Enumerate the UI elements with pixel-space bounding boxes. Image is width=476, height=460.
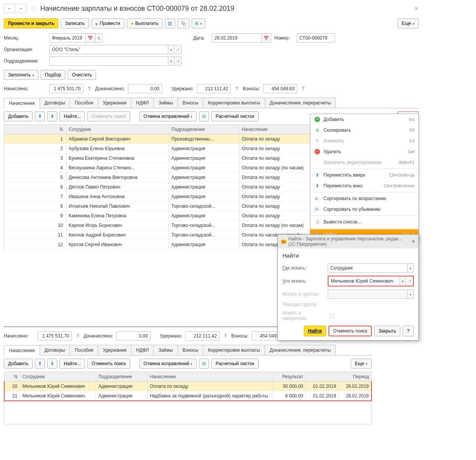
tab-6[interactable]: Взносы (177, 345, 203, 355)
tab-1[interactable]: Договоры (40, 345, 70, 355)
s2-table-more-button[interactable]: Еще (351, 359, 372, 369)
find-groups-dropdown-icon[interactable] (408, 290, 414, 299)
nav-arrows[interactable]: ← → (4, 4, 27, 13)
tab-0[interactable]: Начисления (4, 98, 40, 108)
attach-button[interactable] (177, 18, 189, 28)
s2-grid-settings-button[interactable] (199, 359, 209, 369)
ctx-item[interactable]: Закончить редактированиеShift+F2 (310, 157, 418, 168)
s2-add-row-button[interactable]: Добавить (4, 359, 33, 369)
post-close-button[interactable]: Провести и закрыть (4, 18, 58, 28)
s2-help-icon-2[interactable]: ? (222, 333, 228, 339)
find-close-button[interactable]: Закрыть (374, 326, 400, 336)
pay-button[interactable]: Выплатить (127, 18, 163, 28)
find-button[interactable]: Найти... (60, 111, 85, 121)
tab-7[interactable]: Корректировки выплаты (203, 98, 265, 108)
ctx-item[interactable]: ×УдалитьDel (310, 146, 418, 157)
org-input[interactable]: ООО "Стиль" (49, 45, 168, 54)
help-icon-2[interactable]: ? (234, 86, 240, 91)
cancel-fix-button[interactable]: Отмена исправлений (139, 111, 197, 121)
find-submit-button[interactable]: Найти (304, 326, 326, 336)
extra-button[interactable] (192, 18, 205, 28)
cancel-search-button[interactable]: Отменить поиск (87, 111, 130, 121)
tab-6[interactable]: Взносы (177, 98, 203, 108)
nav-back-icon[interactable]: ← (4, 4, 15, 13)
payslip-button[interactable]: Расчетный листок (211, 111, 258, 121)
th2-period[interactable]: Период (306, 372, 372, 382)
tab-3[interactable]: Удержания (98, 345, 132, 355)
ctx-item[interactable]: ИзменитьF2 (310, 136, 418, 146)
close-icon[interactable]: ✕ (414, 5, 419, 12)
grid-settings-button[interactable] (199, 111, 209, 121)
find-help-button[interactable]: ? (403, 326, 414, 336)
tab-7[interactable]: Корректировки выплаты (203, 345, 265, 355)
filtered-table[interactable]: N Сотрудник Подразделение Начисление Рез… (4, 372, 372, 401)
s2-payslip-button[interactable]: Расчетный листок (211, 359, 258, 369)
th-dep[interactable]: Подразделение (169, 125, 239, 134)
post-button[interactable]: Провести (91, 18, 124, 28)
fill-button[interactable]: Заполнить (4, 70, 38, 80)
th2-dep[interactable]: Подразделение (96, 372, 148, 382)
find-what-open-icon[interactable] (406, 276, 413, 286)
move-down-button[interactable] (47, 111, 57, 121)
nav-fwd-icon[interactable]: → (15, 4, 26, 13)
th2-res[interactable]: Результат (273, 372, 306, 382)
month-input[interactable]: Февраль 2019 (49, 33, 86, 43)
clear-button[interactable]: Очистить (68, 70, 96, 80)
th2-n[interactable]: N (4, 372, 20, 382)
ctx-item[interactable]: +ДобавитьIns (310, 114, 418, 125)
help-icon[interactable]: ? (86, 86, 92, 91)
report-button[interactable] (165, 18, 175, 28)
find-cancel-button[interactable]: Отменить поиск (328, 326, 372, 336)
org-open-icon[interactable] (174, 45, 182, 54)
tab-8[interactable]: Доначисления, перерасчеты (265, 98, 336, 108)
tab-4[interactable]: НДФЛ (131, 345, 154, 355)
move-up-button[interactable] (35, 111, 45, 121)
th-n[interactable]: N (4, 125, 66, 134)
ctx-item[interactable]: Переместить внизCtrl+Shift+Down (310, 180, 418, 191)
number-input[interactable]: СТ00-000079 (297, 33, 335, 43)
ctx-item[interactable]: Вывести список... (310, 217, 418, 227)
table-row[interactable]: 21Мельников Юрий СеменовичАдминистрацияН… (4, 391, 372, 401)
context-menu[interactable]: +ДобавитьInsСкопироватьF9ИзменитьF2×Удал… (310, 114, 419, 240)
s2-find-button[interactable]: Найти... (60, 359, 85, 369)
tab-8[interactable]: Доначисления, перерасчеты (265, 345, 336, 355)
find-what-input[interactable]: Мельников Юрий Семенович (328, 276, 400, 286)
month-spinner[interactable] (95, 33, 103, 43)
s2-move-down-button[interactable] (47, 359, 57, 369)
tab-5[interactable]: Займы (153, 98, 178, 108)
ctx-item[interactable]: СкопироватьF9 (310, 125, 418, 136)
table-row[interactable]: 20Мельников Юрий СеменовичАдминистрацияО… (4, 382, 372, 391)
favorite-star-icon[interactable]: ☆ (29, 4, 38, 13)
tab-5[interactable]: Займы (153, 345, 178, 355)
tab-2[interactable]: Пособия (70, 98, 98, 108)
ctx-item[interactable]: Переместить вверхCtrl+Shift+Up (310, 170, 418, 180)
help-icon-3[interactable]: ? (300, 86, 306, 91)
th-emp[interactable]: Сотрудник (66, 125, 169, 134)
date-input[interactable]: 28.02.2019 (212, 33, 262, 43)
tab-2[interactable]: Пособия (70, 345, 98, 355)
find-where-input[interactable]: Сотрудник (328, 263, 408, 273)
th2-emp[interactable]: Сотрудник (20, 372, 96, 382)
tab-4[interactable]: НДФЛ (131, 98, 154, 108)
dept-input[interactable] (49, 56, 168, 66)
ctx-item[interactable]: Сортировать по возрастанию (310, 193, 418, 204)
tab-0[interactable]: Начисления (4, 345, 40, 356)
s2-help-icon[interactable]: ? (75, 333, 81, 339)
find-close-icon[interactable]: ✕ (411, 239, 415, 244)
tab-1[interactable]: Договоры (40, 98, 70, 108)
s2-move-up-button[interactable] (35, 359, 45, 369)
calendar-icon[interactable] (86, 33, 95, 43)
find-where-dropdown-icon[interactable] (408, 263, 414, 273)
org-dropdown-icon[interactable] (168, 45, 174, 54)
find-what-dropdown-icon[interactable] (400, 276, 406, 286)
tab-3[interactable]: Удержания (98, 98, 132, 108)
dept-dropdown-icon[interactable] (168, 56, 174, 66)
add-row-button[interactable]: Добавить (4, 111, 33, 121)
find-dialog-title[interactable]: 1c Найти - Зарплата и управление персона… (278, 235, 418, 248)
more-button[interactable]: Еще (398, 18, 419, 28)
save-button[interactable]: Записать (61, 18, 89, 28)
ctx-item[interactable]: Сортировать по убыванию (310, 204, 418, 215)
s2-cancel-fix-button[interactable]: Отмена исправлений (139, 359, 197, 369)
pick-button[interactable]: Подбор (41, 70, 65, 80)
calendar-icon-2[interactable] (262, 33, 271, 43)
